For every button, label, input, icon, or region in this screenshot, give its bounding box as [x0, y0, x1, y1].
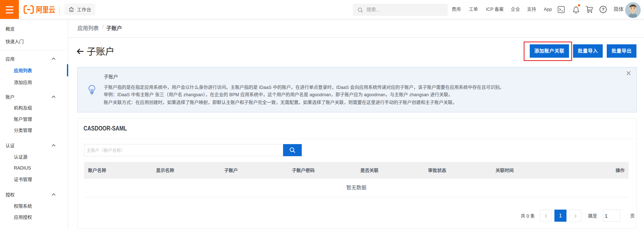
svg-text:?: ?: [602, 7, 604, 12]
svg-text:阿里云: 阿里云: [36, 6, 55, 14]
